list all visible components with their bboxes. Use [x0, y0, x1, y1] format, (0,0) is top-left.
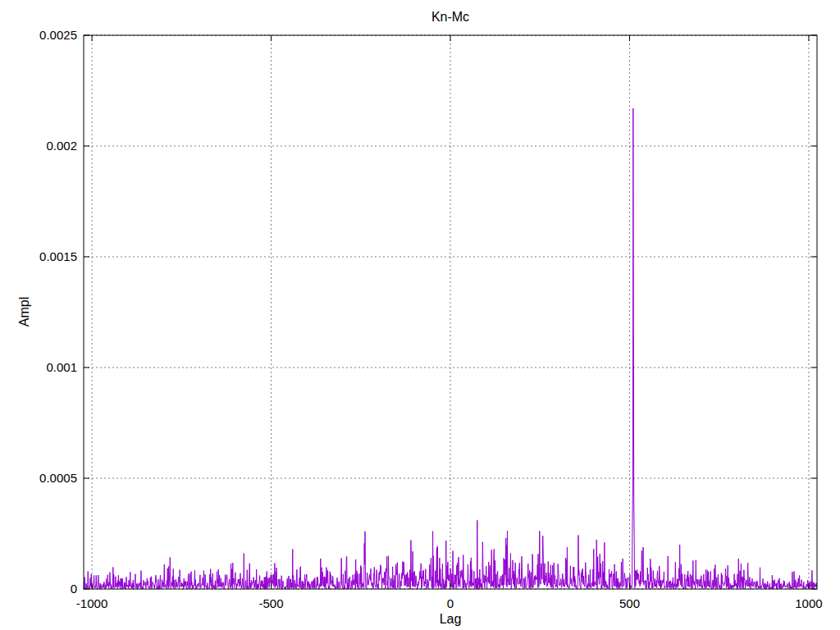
x-tick-label: 1000 — [795, 596, 822, 610]
x-tick-label: -500 — [259, 596, 284, 610]
y-tick-label: 0.0015 — [39, 249, 77, 263]
plot-canvas: -1000-5000500100000.00050.0010.00150.002… — [0, 0, 840, 630]
x-tick-label: 0 — [447, 596, 454, 610]
x-tick-label: 500 — [619, 596, 640, 610]
y-tick-label: 0 — [71, 582, 77, 596]
correlation-chart: Kn-Mc Ampl Lag -1000-5000500100000.00050… — [0, 0, 840, 630]
y-tick-label: 0.001 — [46, 360, 77, 374]
y-tick-label: 0.002 — [46, 139, 77, 153]
x-tick-label: -1000 — [76, 596, 107, 610]
y-tick-label: 0.0025 — [39, 28, 77, 42]
y-tick-label: 0.0005 — [39, 471, 77, 485]
